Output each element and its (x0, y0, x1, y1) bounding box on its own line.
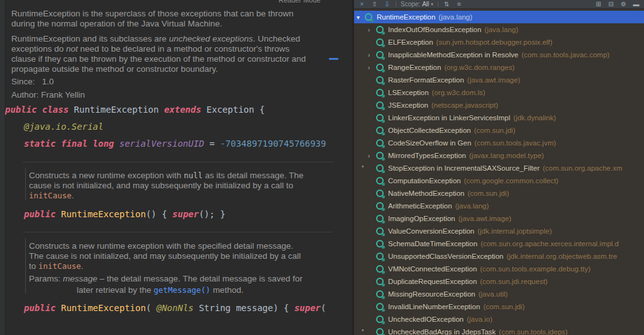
exception-class-icon (376, 152, 384, 159)
editor-pane[interactable]: Reader Mode RuntimeException is the supe… (0, 0, 352, 335)
sort-alpha-icon[interactable]: ⇅ (443, 1, 451, 8)
hierarchy-row[interactable]: ComputationException (com.google.common.… (354, 174, 644, 187)
hierarchy-row[interactable]: NativeMethodException (com.sun.jdi) (354, 187, 644, 200)
code-line-default-ctor[interactable]: public RuntimeException() { super(); } (24, 208, 225, 220)
doc-params-line: Params: message – the detail message. Th… (29, 274, 303, 284)
expand-chevron-icon[interactable]: › (368, 64, 376, 71)
hierarchy-row[interactable]: VMNotConnectedException (com.sun.tools.e… (354, 263, 644, 275)
chevron-down-icon: ▾ (431, 2, 433, 7)
doc-text-line: later retrieval by the getMessage() meth… (77, 285, 243, 295)
doc-text-line: initCause. (29, 191, 74, 201)
hierarchy-row[interactable]: UnsupportedClassVersionException (jdk.in… (354, 250, 644, 263)
hierarchy-window-icons: ⊞⊟⚙▬ (594, 1, 640, 8)
scope-select[interactable]: Scope: All ▾ (401, 1, 433, 8)
hierarchy-row[interactable]: UncheckedIOException (java.io) (354, 313, 644, 326)
static-marker-icon: ∘ (361, 327, 365, 333)
toolbar-separator (396, 1, 396, 7)
hierarchy-mode-icons: ×⇧⇩ (358, 1, 391, 8)
class-name: UnsupportedClassVersionException (388, 253, 503, 260)
hierarchy-row[interactable]: LinkerException in LinkerServicesImpl (j… (354, 111, 644, 124)
expand-chevron-icon[interactable]: › (368, 26, 376, 33)
class-name: ELFException (388, 38, 433, 46)
class-package: (sun.jvm.hotspot.debugger.posix.elf) (436, 38, 553, 46)
hierarchy-row[interactable]: ∘ StopException in IncrementalSAXSource_… (354, 162, 644, 174)
doc-text-line: RuntimeException and its subclasses are … (11, 34, 300, 44)
exception-class-icon (376, 315, 384, 323)
hierarchy-row[interactable]: ∘ UncheckedBadArgs in JdepsTask (com.sun… (354, 326, 644, 335)
class-name: InvalidLineNumberException (388, 303, 480, 310)
exception-class-icon (376, 114, 384, 122)
flatten-packages-icon[interactable]: ≡ (455, 1, 464, 8)
collapse-all-icon[interactable]: ⊟ (607, 1, 615, 8)
hierarchy-row[interactable]: JSException (netscape.javascript) (354, 99, 644, 111)
exception-class-icon (376, 64, 384, 71)
class-package: (com.sun.org.apache.xerces.internal.impl… (480, 240, 619, 247)
exception-class-icon (376, 89, 384, 96)
doc-text-line: The cause is not initialized, and may su… (29, 251, 301, 261)
expand-chevron-icon[interactable]: ▾ (357, 14, 365, 21)
class-package: (com.google.common.collect) (464, 177, 558, 185)
class-package: (netscape.javascript) (431, 101, 498, 109)
class-package: (jdk.dynalink) (513, 114, 556, 122)
code-line-annotation[interactable]: @java.io.Serial (24, 121, 103, 132)
class-package: (jdk.internal.org.objectweb.asm.tre (506, 253, 617, 260)
hierarchy-row[interactable]: RasterFormatException (java.awt.image) (354, 74, 644, 86)
hierarchy-row[interactable]: › MirroredTypesException (javax.lang.mod… (354, 149, 644, 162)
hierarchy-row[interactable]: › InapplicableMethodException in Resolve… (354, 48, 644, 61)
hierarchy-row[interactable]: › IndexOutOfBoundsException (java.lang) (354, 23, 644, 36)
hierarchy-row[interactable]: CodeSizeOverflow in Gen (com.sun.tools.j… (354, 137, 644, 149)
hierarchy-row[interactable]: ImagingOpException (java.awt.image) (354, 212, 644, 225)
class-package: (java.io) (467, 315, 492, 323)
class-hierarchy-icon[interactable]: × (358, 1, 366, 8)
hierarchy-tree: ▾ RuntimeException (java.lang) › IndexOu… (354, 11, 644, 335)
subtypes-hierarchy-icon[interactable]: ⇩ (383, 1, 391, 8)
code-line-message-ctor[interactable]: public RuntimeException( @NonNls String … (24, 302, 326, 314)
exception-class-icon (376, 164, 384, 172)
hierarchy-row[interactable]: ELFException (sun.jvm.hotspot.debugger.p… (354, 36, 644, 48)
code-line-class-decl[interactable]: public class RuntimeException extends Ex… (5, 104, 265, 115)
code-line-serialversionuid[interactable]: static final long serialVersionUID = -70… (24, 138, 326, 149)
class-name: RuntimeException (377, 13, 435, 21)
expand-all-icon[interactable]: ⊞ (594, 1, 602, 8)
class-package: (com.sun.jdi) (467, 190, 509, 197)
hierarchy-row[interactable]: LSException (org.w3c.dom.ls) (354, 86, 644, 99)
class-name: InapplicableMethodException in Resolve (388, 51, 518, 59)
static-marker-icon: ∘ (361, 163, 365, 169)
hierarchy-row[interactable]: ▾ RuntimeException (java.lang) (354, 11, 644, 23)
class-package: (com.sun.jdi) (474, 127, 516, 134)
class-package: (com.sun.jdi.request) (480, 278, 547, 285)
hierarchy-row[interactable]: MissingResourceException (java.util) (354, 288, 644, 300)
class-package: (java.awt.image) (467, 76, 520, 84)
class-package: (com.sun.tools.javac.comp) (521, 51, 609, 59)
exception-class-icon (376, 240, 384, 247)
doc-text-line: to initCause. (29, 261, 84, 271)
class-name: StopException in IncrementalSAXSource_Fi… (388, 164, 540, 172)
hierarchy-row[interactable]: ObjectCollectedException (com.sun.jdi) (354, 124, 644, 137)
class-name: SchemaDateTimeException (388, 240, 477, 247)
reader-mode-label[interactable]: Reader Mode (279, 0, 321, 4)
expand-chevron-icon[interactable]: › (368, 52, 376, 59)
exception-class-icon (376, 215, 384, 222)
hierarchy-row[interactable]: DuplicateRequestException (com.sun.jdi.r… (354, 275, 644, 288)
class-name: LSException (388, 89, 429, 96)
exception-class-icon (376, 303, 384, 310)
hierarchy-row[interactable]: ValueConversionException (jdk.internal.j… (354, 225, 644, 237)
doc-text-line: Constructs a new runtime exception with … (29, 241, 293, 251)
exception-class-icon (376, 227, 384, 235)
supertypes-hierarchy-icon[interactable]: ⇧ (370, 1, 379, 8)
class-name: JSException (388, 101, 428, 109)
hierarchy-row[interactable]: ArithmeticException (java.lang) (354, 200, 644, 212)
hierarchy-toolbar: ×⇧⇩ Scope: All ▾ ⇅≡ ⊞⊟⚙▬ (354, 0, 644, 9)
class-name: ComputationException (388, 177, 461, 185)
hierarchy-row[interactable]: › RangeException (org.w3c.dom.ranges) (354, 61, 644, 74)
settings-icon[interactable]: ⚙ (619, 1, 628, 8)
hierarchy-row[interactable]: InvalidLineNumberException (com.sun.jdi) (354, 300, 644, 313)
hide-panel-icon[interactable]: ▬ (632, 1, 640, 8)
hierarchy-row[interactable]: SchemaDateTimeException (com.sun.org.apa… (354, 237, 644, 250)
scope-label: Scope: (401, 1, 420, 8)
exception-class-icon (376, 177, 384, 185)
exception-class-icon (376, 76, 384, 84)
class-package: (javax.lang.model.type) (469, 152, 544, 159)
exception-class-icon (365, 13, 372, 21)
expand-chevron-icon[interactable]: › (368, 152, 376, 159)
